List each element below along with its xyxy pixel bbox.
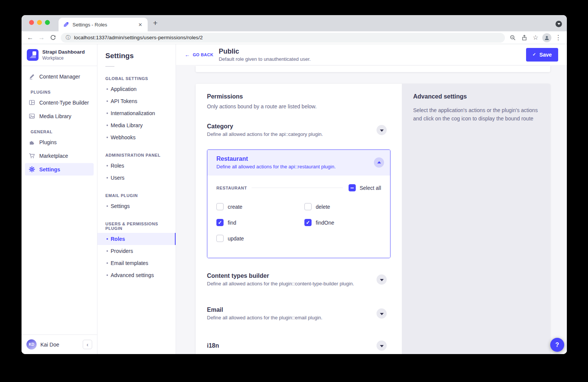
user-name: Kai Doe	[40, 342, 79, 348]
sidebar-section-general: GENERAL	[31, 129, 97, 134]
profile-button[interactable]	[541, 32, 553, 43]
subnav-section-global-settings: GLOBAL SETTINGS	[105, 76, 176, 81]
sidebar-item-content-manager[interactable]: Content Manager	[25, 70, 94, 83]
accordion-restaurant-header[interactable]: Restaurant Define all allowed actions fo…	[207, 150, 390, 176]
group-label: RESTAURANT	[216, 186, 247, 190]
browser-tab[interactable]: Settings - Roles ✕	[59, 18, 148, 31]
scroll-area[interactable]: Permissions Only actions bound by a rout…	[176, 65, 567, 354]
sidebar-item-plugins[interactable]: Plugins	[25, 136, 94, 148]
subnav-item-internationalization[interactable]: Internationalization	[97, 107, 176, 119]
expand-toggle-button[interactable]	[377, 125, 387, 135]
action-create[interactable]: create	[216, 203, 304, 210]
accordion-category[interactable]: Category Define all allowed actions for …	[207, 123, 390, 137]
strapi-favicon-icon	[63, 22, 69, 28]
subnav-item-media-library[interactable]: Media Library	[97, 119, 176, 131]
sidebar-item-marketplace[interactable]: Marketplace	[25, 149, 94, 162]
save-button[interactable]: ✓ Save	[526, 48, 558, 62]
puzzle-icon	[29, 139, 35, 145]
action-findone[interactable]: findOne	[304, 219, 381, 226]
find-checkbox[interactable]	[216, 219, 224, 226]
subnav-item-up-roles[interactable]: Roles	[97, 233, 176, 245]
browser-menu-button[interactable]: ⋮	[553, 32, 564, 43]
chevron-down-icon	[380, 313, 384, 315]
subnav-item-email-settings[interactable]: Settings	[97, 200, 176, 212]
tab-close-icon[interactable]: ✕	[137, 21, 143, 28]
tab-search-button[interactable]	[556, 21, 562, 27]
sidebar-section-plugins: PLUGINS	[31, 90, 97, 94]
subnav-item-admin-roles[interactable]: Roles	[97, 160, 176, 172]
action-label: findOne	[316, 220, 334, 226]
sidebar-item-settings[interactable]: Settings	[25, 163, 94, 176]
go-back-link[interactable]: ← GO BACK	[185, 52, 213, 58]
subnav-item-label: Advanced settings	[111, 272, 154, 278]
sidebar-item-label: Content Manager	[39, 74, 80, 80]
chevron-down-icon	[557, 23, 560, 25]
expand-toggle-button[interactable]	[377, 274, 387, 285]
expand-toggle-button[interactable]	[377, 308, 387, 319]
action-label: delete	[316, 204, 330, 210]
forward-button[interactable]: →	[36, 32, 47, 43]
new-tab-button[interactable]: +	[153, 18, 157, 28]
minimize-window-button[interactable]	[37, 20, 42, 25]
collapse-sidebar-button[interactable]: ‹	[83, 340, 92, 349]
reload-button[interactable]	[47, 32, 59, 43]
subnav-item-label: Providers	[111, 248, 133, 254]
share-icon	[522, 35, 527, 41]
permissions-title: Permissions	[207, 93, 390, 100]
subnav-item-label: Roles	[111, 163, 124, 169]
user-profile-row[interactable]: KD Kai Doe ‹	[22, 335, 97, 354]
action-update[interactable]: update	[216, 235, 304, 242]
select-all-control[interactable]: Select all	[349, 184, 381, 191]
back-button[interactable]: ←	[25, 32, 36, 43]
subnav-item-email-templates[interactable]: Email templates	[97, 257, 176, 269]
subnav-item-label: Media Library	[111, 122, 143, 128]
sidebar-item-label: Media Library	[39, 113, 71, 119]
update-checkbox[interactable]	[216, 235, 224, 242]
subnav-item-application[interactable]: Application	[97, 83, 176, 95]
bullet-icon	[106, 177, 108, 179]
subnav-item-label: Users	[111, 175, 125, 181]
maximize-window-button[interactable]	[45, 20, 50, 25]
chevron-down-icon	[380, 345, 384, 347]
sidebar-item-content-type-builder[interactable]: Content-Type Builder	[25, 96, 94, 109]
findone-checkbox[interactable]	[304, 219, 312, 226]
accordion-title: Email	[207, 307, 323, 313]
subnav-item-label: Internationalization	[111, 110, 155, 116]
collapse-toggle-button[interactable]	[374, 157, 384, 168]
accordion-email[interactable]: Email Define all allowed actions for the…	[207, 307, 390, 320]
bookmark-star-button[interactable]: ☆	[530, 32, 541, 43]
subnav-item-api-tokens[interactable]: API Tokens	[97, 95, 176, 107]
sidebar-item-media-library[interactable]: Media Library	[25, 110, 94, 122]
select-all-label: Select all	[360, 185, 381, 191]
delete-checkbox[interactable]	[304, 203, 312, 210]
action-find[interactable]: find	[216, 219, 304, 226]
help-button[interactable]: ?	[550, 338, 564, 352]
workspace-name: Workplace	[42, 55, 85, 61]
subnav-item-providers[interactable]: Providers	[97, 245, 176, 257]
address-bar[interactable]: ⓘ localhost:1337/admin/settings/users-pe…	[61, 33, 505, 43]
create-checkbox[interactable]	[216, 203, 224, 210]
accordion-i18n[interactable]: i18n	[207, 340, 390, 351]
subnav-item-advanced-settings[interactable]: Advanced settings	[97, 269, 176, 281]
accordion-restaurant-expanded: Restaurant Define all allowed actions fo…	[207, 149, 390, 258]
select-all-checkbox[interactable]	[349, 184, 356, 191]
permissions-card: Permissions Only actions bound by a rout…	[196, 84, 550, 354]
workspace-switcher[interactable]: Strapi Dashboard Workplace	[22, 44, 97, 66]
gear-icon	[29, 166, 35, 173]
role-details-card-bottom	[196, 66, 550, 72]
shopping-cart-icon	[29, 152, 35, 159]
expand-toggle-button[interactable]	[377, 340, 387, 351]
action-delete[interactable]: delete	[304, 203, 381, 210]
share-button[interactable]	[519, 32, 530, 43]
accordion-subtitle: Define all allowed actions for the plugi…	[207, 281, 354, 286]
close-window-button[interactable]	[29, 20, 34, 25]
action-label: find	[228, 220, 236, 226]
accordion-content-types-builder[interactable]: Content types builder Define all allowed…	[207, 273, 390, 286]
sidebar-item-label: Content-Type Builder	[39, 100, 89, 106]
zoom-out-indicator-icon[interactable]	[507, 32, 519, 43]
site-info-icon[interactable]: ⓘ	[66, 34, 71, 41]
subnav-item-admin-users[interactable]: Users	[97, 172, 176, 184]
subnav-item-webhooks[interactable]: Webhooks	[97, 131, 176, 143]
pen-icon	[29, 73, 35, 80]
page-title: Public	[219, 48, 311, 55]
